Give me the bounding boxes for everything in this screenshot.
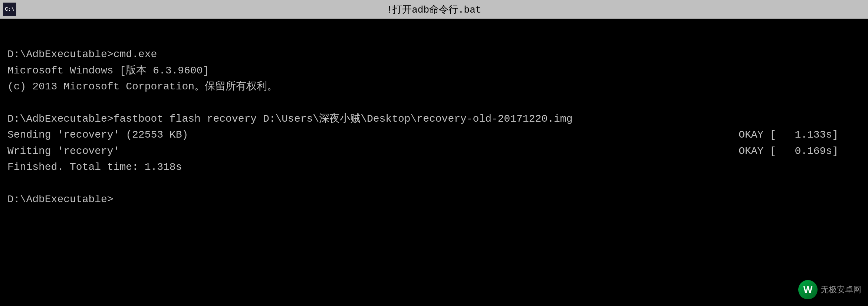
- terminal-body: D:\AdbExecutable>cmd.exeMicrosoft Window…: [0, 19, 868, 306]
- terminal-empty-line: [7, 95, 861, 111]
- terminal-empty-line: [7, 30, 861, 46]
- watermark-logo: W: [798, 280, 818, 299]
- terminal-text-line: Microsoft Windows [版本 6.3.9600]: [7, 63, 861, 79]
- terminal-text-line: D:\AdbExecutable>cmd.exe: [7, 46, 861, 62]
- terminal-text-line: D:\AdbExecutable>: [7, 191, 861, 207]
- terminal-text-line: (c) 2013 Microsoft Corporation。保留所有权利。: [7, 79, 861, 95]
- terminal-inline-left: Writing 'recovery': [7, 143, 119, 159]
- terminal-inline-line: Writing 'recovery'OKAY [ 0.169s]: [7, 143, 861, 159]
- window-title: !打开adb命令行.bat: [387, 3, 481, 16]
- terminal-inline-right: OKAY [ 0.169s]: [739, 143, 861, 159]
- title-bar: C:\ !打开adb命令行.bat: [0, 0, 868, 19]
- terminal-empty-line: [7, 175, 861, 191]
- terminal-icon: C:\: [3, 3, 16, 16]
- terminal-inline-right: OKAY [ 1.133s]: [739, 127, 861, 143]
- watermark: W 无极安卓网: [798, 280, 861, 299]
- terminal-inline-left: Sending 'recovery' (22553 KB): [7, 127, 188, 143]
- terminal-inline-line: Sending 'recovery' (22553 KB)OKAY [ 1.13…: [7, 127, 861, 143]
- watermark-site: 无极安卓网: [821, 283, 861, 296]
- terminal-text-line: Finished. Total time: 1.318s: [7, 159, 861, 175]
- terminal-text-line: D:\AdbExecutable>fastboot flash recovery…: [7, 111, 861, 127]
